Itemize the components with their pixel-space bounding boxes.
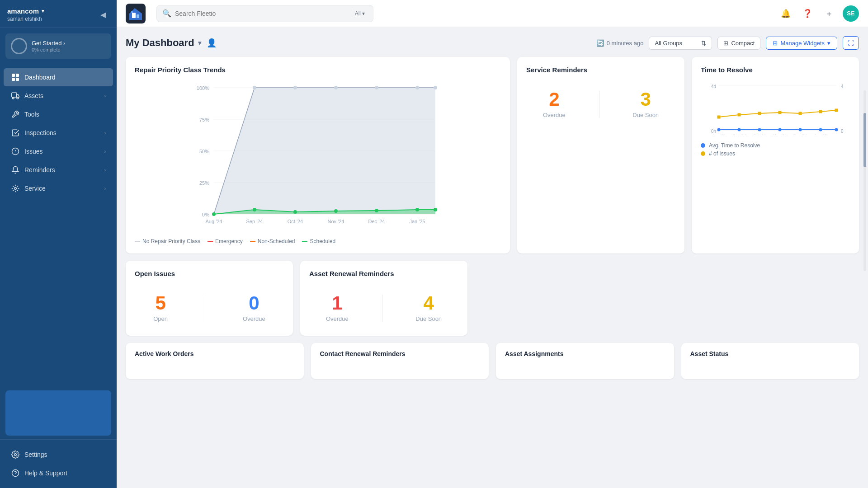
page-scrollbar[interactable] xyxy=(863,90,866,271)
get-started-section[interactable]: Get Started › 0% complete xyxy=(5,33,111,59)
sidebar-promo-box xyxy=(5,390,111,436)
progress-circle-icon xyxy=(11,38,27,54)
open-count: 5 xyxy=(153,294,168,313)
svg-point-5 xyxy=(12,97,14,99)
asset-renewal-widget: Asset Renewal Reminders 1 Overdue 4 Due … xyxy=(300,261,467,336)
legend-nonscheduled-icon xyxy=(250,241,255,242)
sidebar-item-settings[interactable]: Settings xyxy=(4,446,113,464)
sidebar-collapse-button[interactable]: ◀ xyxy=(97,9,109,21)
sidebar-item-tools[interactable]: Tools xyxy=(4,105,113,123)
manage-widgets-button[interactable]: ⊞ Manage Widgets ▾ xyxy=(766,37,837,50)
topbar-actions: 🔔 ❓ ＋ SE xyxy=(778,5,859,22)
svg-rect-17 xyxy=(131,11,133,13)
svg-point-39 xyxy=(334,86,338,89)
issues-legend-icon xyxy=(701,151,705,156)
sidebar-item-label: Dashboard xyxy=(24,74,56,81)
svg-point-11 xyxy=(14,454,17,456)
svg-rect-15 xyxy=(132,13,136,18)
chart-legend: No Repair Priority Class Emergency Non-S… xyxy=(135,238,501,244)
svg-text:Aug '24: Aug '24 xyxy=(206,219,222,224)
open-issues-widget: Open Issues 5 Open 0 Overdue xyxy=(126,261,293,336)
asset-status-widget: Asset Status xyxy=(681,343,859,379)
renewal-overdue-count: 1 xyxy=(326,294,349,313)
get-started-label: Get Started › xyxy=(32,40,65,47)
user-avatar[interactable]: SE xyxy=(843,5,859,22)
sidebar-item-dashboard[interactable]: Dashboard xyxy=(4,68,113,86)
ttr-chart-container: 4d 0h 4 0 xyxy=(701,81,850,137)
help-button[interactable]: ❓ xyxy=(799,5,816,22)
svg-point-36 xyxy=(434,208,437,211)
svg-rect-62 xyxy=(717,116,721,119)
repair-trends-widget: Repair Priority Class Trends 100% 75% 50… xyxy=(126,57,510,253)
page-scrollbar-thumb xyxy=(863,113,866,167)
svg-text:0: 0 xyxy=(841,129,844,134)
due-soon-count: 3 xyxy=(632,90,659,109)
sidebar-item-issues[interactable]: Issues › xyxy=(4,142,113,160)
add-button[interactable]: ＋ xyxy=(821,5,837,22)
svg-text:Jan '25: Jan '25 xyxy=(814,134,827,135)
dashboard-title[interactable]: My Dashboard ▾ xyxy=(126,37,201,49)
sidebar-item-assets[interactable]: Assets › xyxy=(4,87,113,105)
svg-rect-64 xyxy=(758,112,761,115)
svg-point-38 xyxy=(293,86,297,89)
sidebar-item-label: Settings xyxy=(24,451,47,458)
svg-point-37 xyxy=(253,86,256,89)
search-filter-dropdown[interactable]: All ▾ xyxy=(352,9,368,18)
ttr-legend-avg: Avg. Time to Resolve xyxy=(701,142,850,149)
inspections-arrow-icon: › xyxy=(104,131,106,136)
search-input[interactable] xyxy=(175,10,346,17)
svg-point-32 xyxy=(293,210,297,214)
asset-assignments-title: Asset Assignments xyxy=(505,350,665,357)
svg-rect-67 xyxy=(819,110,822,113)
sidebar-item-inspections[interactable]: Inspections › xyxy=(4,124,113,142)
notifications-button[interactable]: 🔔 xyxy=(778,5,794,22)
issues-overdue-label: Overdue xyxy=(243,315,265,322)
search-icon: 🔍 xyxy=(162,9,171,18)
overdue-stat: 2 Overdue xyxy=(543,90,566,118)
dashboard-person-icon: 👤 xyxy=(207,38,217,48)
legend-emergency: Emergency xyxy=(208,238,243,244)
svg-text:Oct '24: Oct '24 xyxy=(753,134,766,135)
sidebar-item-reminders[interactable]: Reminders › xyxy=(4,161,113,179)
svg-text:75%: 75% xyxy=(199,117,209,122)
svg-text:Nov '24: Nov '24 xyxy=(773,134,787,135)
service-arrow-icon: › xyxy=(104,186,106,191)
svg-text:50%: 50% xyxy=(199,149,209,154)
legend-nonscheduled: Non-Scheduled xyxy=(250,238,295,244)
svg-point-33 xyxy=(334,209,338,213)
groups-select[interactable]: All Groups ⇅ xyxy=(649,37,712,50)
svg-point-41 xyxy=(415,86,419,89)
svg-text:100%: 100% xyxy=(197,85,209,91)
issues-overdue-count: 0 xyxy=(243,294,265,313)
svg-point-34 xyxy=(375,209,378,212)
fullscreen-button[interactable]: ⛶ xyxy=(843,36,859,50)
renewal-due-soon-label: Due Soon xyxy=(415,315,442,322)
company-name[interactable]: amancom ▾ xyxy=(7,7,44,15)
refresh-icon: 🔄 xyxy=(596,39,604,47)
sidebar-item-service[interactable]: Service › xyxy=(4,179,113,197)
sidebar-item-label: Tools xyxy=(24,111,39,118)
svg-rect-4 xyxy=(12,93,17,97)
svg-point-42 xyxy=(434,86,437,89)
svg-text:Jan '25: Jan '25 xyxy=(409,219,425,224)
svg-point-55 xyxy=(717,128,721,131)
assets-icon xyxy=(11,91,20,100)
svg-text:Aug '24: Aug '24 xyxy=(712,134,726,135)
sidebar-header: amancom ▾ samah elshikh ◀ xyxy=(0,0,117,28)
contact-renewal-widget: Contact Renewal Reminders xyxy=(311,343,489,379)
sidebar-item-help[interactable]: Help & Support xyxy=(4,464,113,482)
svg-text:0h: 0h xyxy=(711,129,716,134)
service-reminders-stats: 2 Overdue 3 Due Soon xyxy=(526,81,675,123)
sidebar-item-label: Service xyxy=(24,185,46,192)
svg-rect-66 xyxy=(799,112,802,115)
dashboard-icon xyxy=(11,73,20,82)
asset-assignments-widget: Asset Assignments xyxy=(496,343,674,379)
legend-no-class-icon xyxy=(135,241,140,242)
overdue-count: 2 xyxy=(543,90,566,109)
search-box[interactable]: 🔍 All ▾ xyxy=(156,5,373,22)
svg-text:Sep '24: Sep '24 xyxy=(246,219,263,224)
svg-text:Sep '24: Sep '24 xyxy=(732,134,746,135)
tools-icon xyxy=(11,110,20,119)
dashboard-header: My Dashboard ▾ 👤 🔄 0 minutes ago All Gro… xyxy=(126,36,859,50)
compact-button[interactable]: ⊞ Compact xyxy=(717,37,760,50)
